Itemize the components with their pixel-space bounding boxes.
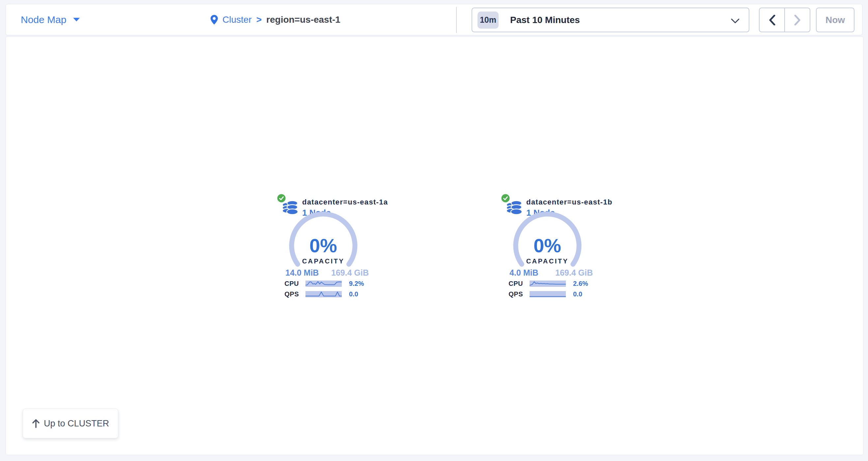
now-button[interactable]: Now (816, 7, 855, 32)
up-to-cluster-button[interactable]: Up to CLUSTER (23, 409, 118, 438)
cpu-metric-row: CPU 2.6% (501, 280, 593, 288)
capacity-percent: 0% (277, 234, 369, 257)
header-divider (456, 7, 457, 33)
chevron-down-icon (731, 19, 740, 23)
qps-value: 0.0 (349, 290, 358, 298)
breadcrumb-separator: > (256, 14, 262, 25)
view-mode-label: Node Map (21, 14, 66, 25)
capacity-range: 4.0 MiB 169.4 GiB (509, 268, 593, 277)
capacity-total: 169.4 GiB (331, 268, 369, 277)
header-bar: Node Map Cluster > region=us-east-1 10m … (6, 4, 862, 35)
capacity-label: CAPACITY (277, 258, 369, 265)
capacity-used: 14.0 MiB (285, 268, 319, 277)
capacity-range: 14.0 MiB 169.4 GiB (285, 268, 369, 277)
breadcrumb-current: region=us-east-1 (266, 14, 340, 25)
qps-value: 0.0 (573, 290, 582, 298)
time-step-buttons (759, 7, 810, 32)
prev-time-button[interactable] (760, 8, 784, 32)
breadcrumb-cluster-link[interactable]: Cluster (222, 14, 252, 25)
time-range-selector[interactable]: 10m Past 10 Minutes (471, 7, 749, 32)
up-to-cluster-label: Up to CLUSTER (44, 419, 109, 429)
time-range-label: Past 10 Minutes (510, 15, 580, 25)
datacenter-card-us-east-1b[interactable]: datacenter=us-east-1b 1 Node 0% CAPACITY… (501, 193, 593, 303)
cpu-sparkline (306, 281, 342, 287)
cpu-label: CPU (501, 280, 523, 288)
cpu-value: 9.2% (349, 280, 364, 288)
capacity-label: CAPACITY (501, 258, 593, 265)
datacenter-title: datacenter=us-east-1b (526, 198, 612, 206)
capacity-percent: 0% (501, 234, 593, 257)
qps-metric-row: QPS 0.0 (501, 290, 593, 298)
capacity-used: 4.0 MiB (509, 268, 538, 277)
qps-metric-row: QPS 0.0 (277, 290, 369, 298)
cpu-sparkline (530, 281, 566, 287)
qps-label: QPS (277, 290, 299, 298)
up-arrow-icon (32, 419, 40, 428)
view-mode-dropdown[interactable]: Node Map (21, 4, 80, 35)
caret-down-icon (73, 18, 80, 22)
datacenter-title: datacenter=us-east-1a (302, 198, 388, 206)
qps-sparkline (306, 291, 342, 297)
cpu-value: 2.6% (573, 280, 588, 288)
next-time-button[interactable] (784, 8, 810, 32)
location-pin-icon (211, 15, 218, 25)
node-map-canvas: datacenter=us-east-1a 1 Node 0% CAPACITY… (6, 37, 863, 455)
capacity-total: 169.4 GiB (555, 268, 593, 277)
node-map-page: Node Map Cluster > region=us-east-1 10m … (0, 0, 868, 461)
cpu-metric-row: CPU 9.2% (277, 280, 369, 288)
datacenter-card-us-east-1a[interactable]: datacenter=us-east-1a 1 Node 0% CAPACITY… (277, 193, 369, 303)
cpu-label: CPU (277, 280, 299, 288)
chevron-left-icon (769, 15, 775, 25)
chevron-right-icon (794, 15, 801, 25)
qps-sparkline (530, 291, 566, 297)
breadcrumb: Cluster > region=us-east-1 (211, 4, 340, 35)
time-range-badge: 10m (477, 11, 499, 29)
qps-label: QPS (501, 290, 523, 298)
